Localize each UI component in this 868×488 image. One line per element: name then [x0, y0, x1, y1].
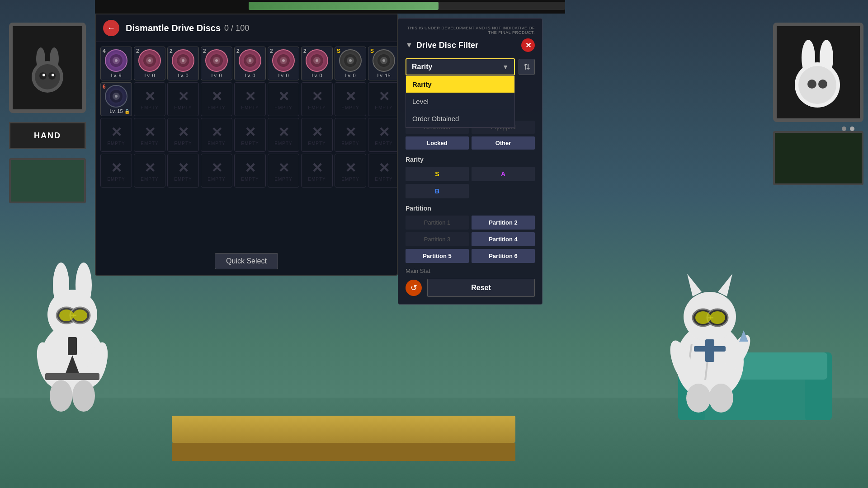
- tv-bunny-face: [25, 41, 70, 95]
- partition-btn-5[interactable]: Partition 5: [406, 249, 469, 263]
- disc-item[interactable]: 2Lv. 0: [268, 47, 299, 80]
- disc-item[interactable]: ✕EMPTY: [167, 82, 199, 116]
- dropdown-wrapper: Rarity ▼ Rarity Level Order Obtained: [406, 58, 515, 75]
- disc-icon: [205, 49, 228, 72]
- disc-item[interactable]: 2Lv. 0: [234, 47, 266, 80]
- disc-item[interactable]: ✕EMPTY: [234, 118, 266, 152]
- disc-item[interactable]: 2Lv. 0: [167, 47, 199, 80]
- tv-screen-bottom: [9, 158, 86, 203]
- disc-item[interactable]: ✕EMPTY: [134, 118, 165, 152]
- disc-item[interactable]: ✕EMPTY: [201, 118, 232, 152]
- quick-select-button[interactable]: Quick Select: [215, 253, 278, 269]
- dropdown-option-level[interactable]: Level: [406, 93, 514, 110]
- rarity-s-button[interactable]: S: [406, 167, 469, 181]
- svg-point-27: [50, 380, 72, 412]
- disc-item[interactable]: ✕EMPTY: [167, 154, 199, 188]
- disc-item[interactable]: ✕EMPTY: [301, 154, 333, 188]
- svg-rect-46: [705, 339, 714, 362]
- back-button[interactable]: ←: [103, 20, 119, 36]
- disc-item[interactable]: ✕EMPTY: [134, 82, 165, 116]
- disc-item[interactable]: 2Lv. 0: [134, 47, 165, 80]
- svg-point-81: [115, 95, 118, 98]
- disc-empty-label: EMPTY: [107, 141, 125, 146]
- disc-item[interactable]: ✕EMPTY: [201, 82, 232, 116]
- disc-rarity-badge: 2: [170, 48, 173, 54]
- disc-item[interactable]: ✕EMPTY: [134, 154, 165, 188]
- tv-screen-top: [9, 23, 86, 113]
- disc-rarity-badge: 2: [236, 48, 240, 54]
- rarity-b-button[interactable]: B: [406, 184, 469, 198]
- rarity-a-button[interactable]: A: [472, 167, 535, 181]
- disc-item[interactable]: ✕EMPTY: [234, 154, 266, 188]
- filter-title: Drive Disc Filter: [416, 41, 478, 50]
- disc-item[interactable]: ✕EMPTY: [167, 118, 199, 152]
- lock-icon: 🔒: [124, 109, 130, 114]
- disc-count: 0 / 100: [224, 23, 249, 33]
- disc-item[interactable]: 2Lv. 0: [201, 47, 232, 80]
- disc-cross: ✕: [211, 160, 222, 176]
- filter-header: ▼ Drive Disc Filter ✕: [406, 38, 535, 52]
- disc-item[interactable]: 4Lv. 9: [100, 47, 132, 80]
- disc-cross: ✕: [278, 124, 289, 140]
- disc-cross: ✕: [245, 89, 256, 104]
- disc-item[interactable]: ✕EMPTY: [268, 118, 299, 152]
- disc-level: Lv. 0: [144, 73, 155, 78]
- disc-empty-label: EMPTY: [375, 177, 392, 182]
- close-button[interactable]: ✕: [521, 38, 535, 52]
- partition-section-title: Partition: [406, 205, 535, 212]
- dropdown-selected[interactable]: Rarity ▼: [406, 58, 515, 75]
- sort-button[interactable]: ⇅: [519, 59, 535, 75]
- disc-item[interactable]: SLv. 0: [335, 47, 366, 80]
- other-button[interactable]: Other: [472, 136, 535, 150]
- svg-point-43: [695, 311, 711, 324]
- disc-item[interactable]: SLv. 15: [368, 47, 397, 80]
- disc-item[interactable]: ✕EMPTY: [100, 118, 132, 152]
- svg-marker-39: [718, 274, 732, 296]
- disc-empty-label: EMPTY: [274, 141, 292, 146]
- disc-icon: [105, 49, 127, 72]
- disc-item[interactable]: ✕EMPTY: [368, 82, 397, 116]
- rarity-section-title: Rarity: [406, 156, 535, 163]
- disc-icon: [272, 49, 295, 72]
- partition-btn-4[interactable]: Partition 4: [472, 232, 535, 246]
- disc-empty-label: EMPTY: [208, 141, 225, 146]
- disc-item[interactable]: ✕EMPTY: [335, 154, 366, 188]
- disc-empty-label: EMPTY: [208, 177, 225, 182]
- partition-btn-6[interactable]: Partition 6: [472, 249, 535, 263]
- disc-cross: ✕: [311, 160, 323, 176]
- reset-button[interactable]: Reset: [427, 279, 535, 297]
- disc-cross: ✕: [178, 89, 189, 104]
- disc-item[interactable]: ✕EMPTY: [335, 82, 366, 116]
- tv-right-top: [773, 23, 863, 122]
- dropdown-option-rarity[interactable]: Rarity: [406, 76, 514, 93]
- svg-point-12: [807, 80, 816, 89]
- disc-icon: [138, 49, 161, 72]
- disc-item[interactable]: ✕EMPTY: [301, 82, 333, 116]
- disc-rarity-badge: 2: [270, 48, 273, 54]
- disc-empty-label: EMPTY: [274, 177, 292, 182]
- disc-icon: [306, 49, 328, 72]
- disc-item[interactable]: 6Lv. 15🔒: [100, 82, 132, 116]
- progress-bar-fill: [249, 2, 439, 10]
- disc-item[interactable]: ✕EMPTY: [234, 82, 266, 116]
- disc-item[interactable]: ✕EMPTY: [368, 154, 397, 188]
- window-title: Dismantle Drive Discs: [126, 23, 221, 33]
- locked-button[interactable]: Locked: [406, 136, 469, 150]
- partition-btn-3[interactable]: Partition 3: [406, 232, 469, 246]
- disc-item[interactable]: ✕EMPTY: [201, 154, 232, 188]
- disc-item[interactable]: 2Lv. 0: [301, 47, 333, 80]
- disc-icon: [172, 49, 194, 72]
- reset-icon[interactable]: ↺: [406, 280, 422, 296]
- disc-item[interactable]: ✕EMPTY: [301, 118, 333, 152]
- disc-icon: [373, 49, 395, 72]
- partition-btn-2[interactable]: Partition 2: [472, 216, 535, 230]
- disc-item[interactable]: ✕EMPTY: [368, 118, 397, 152]
- partition-btn-1[interactable]: Partition 1: [406, 216, 469, 230]
- dropdown-option-order[interactable]: Order Obtained: [406, 110, 514, 127]
- disc-item[interactable]: ✕EMPTY: [100, 154, 132, 188]
- disc-item[interactable]: ✕EMPTY: [268, 82, 299, 116]
- partition-section: Partition Partition 1Partition 2Partitio…: [406, 205, 535, 263]
- disc-cross: ✕: [345, 160, 356, 176]
- disc-item[interactable]: ✕EMPTY: [268, 154, 299, 188]
- disc-item[interactable]: ✕EMPTY: [335, 118, 366, 152]
